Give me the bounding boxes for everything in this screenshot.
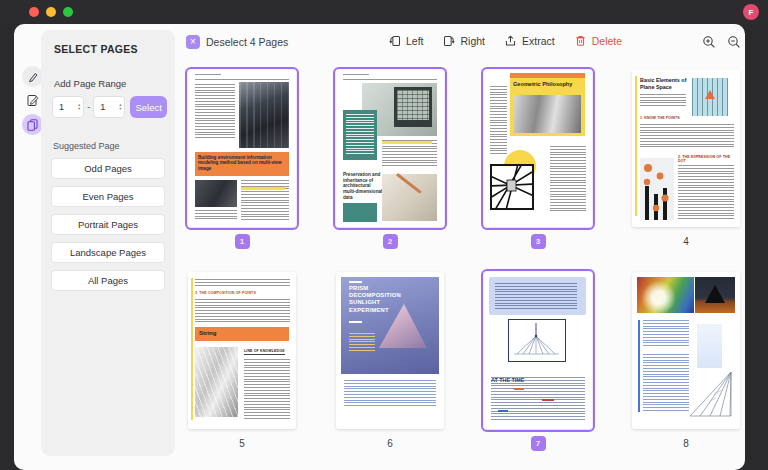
stepper-arrows-icon[interactable]: ▴▾ [119,103,124,111]
greeked-text [195,84,235,138]
dark-prism-shape [705,285,725,303]
comment-tool-button[interactable] [22,66,43,87]
colored-word [498,410,508,412]
page-thumbnail-7[interactable]: AT THE TIME 7 [464,272,612,470]
organize-pages-icon [26,118,39,131]
greeked-text [550,146,586,212]
greeked-text [640,94,686,108]
greeked-text [678,165,734,220]
greeked-text [195,210,237,221]
teal-text-block [343,110,377,160]
page-thumbnail-5[interactable]: 3. THE COMPOSITION OF POINTS String LINE… [168,272,316,470]
select-range-button[interactable]: Select [130,96,167,118]
page-1-preview[interactable]: Building environment information modelin… [188,70,296,227]
greeked-text [344,380,436,406]
even-pages-button[interactable]: Even Pages [51,186,165,207]
greeked-text [349,333,375,353]
greeked-text [346,114,374,156]
colored-word [542,399,554,401]
rotate-left-label: Left [406,35,424,47]
odd-pages-button[interactable]: Odd Pages [51,158,165,179]
landscape-pages-button[interactable]: Landscape Pages [51,242,165,263]
user-avatar[interactable]: F [743,4,759,20]
minimize-window-button[interactable] [46,7,56,17]
divider [343,79,437,80]
rotate-left-button[interactable]: Left [388,34,424,47]
maximize-window-button[interactable] [63,7,73,17]
greeked-text [495,283,577,309]
page-thumbnails-grid: Building environment information modelin… [168,70,745,470]
page-4-section-2: 2. THE EXPRESSION OF THE DOT [678,155,734,163]
title-rule [349,321,362,323]
page-5-banner-title: String [195,330,216,338]
page-4-section-1: 1. KNOW THE POINTS [640,116,680,120]
stepper-arrows-icon[interactable]: ▴▾ [78,103,83,111]
page-2-preview[interactable]: Preservation and inheritance of architec… [336,70,444,227]
zoom-in-icon[interactable] [702,35,716,49]
trash-icon [574,34,587,47]
page-5-preview[interactable]: 3. THE COMPOSITION OF POINTS String LINE… [188,272,296,429]
select-pages-panel: SELECT PAGES Add Page Range 1 ▴▾ - 1 ▴▾ … [41,30,175,456]
range-to-input[interactable]: 1 ▴▾ [93,96,125,118]
page-6-preview[interactable]: PRISM DECOMPOSITION SUNLIGHT EXPERIMENT [336,272,444,429]
add-page-range-label: Add Page Range [54,78,175,89]
organize-pages-tool-button[interactable] [22,114,43,135]
teal-block [343,203,377,222]
page-number: 8 [683,438,689,449]
pen-icon [27,71,39,83]
delete-label: Delete [592,35,622,47]
page-number: 6 [387,438,393,449]
greeked-text [643,320,689,348]
deselect-label: Deselect 4 Pages [206,36,288,48]
range-from-input[interactable]: 1 ▴▾ [52,96,84,118]
page-4-title: Basic Elements of Plane Space [640,77,688,91]
page-1-article-title: Building environment information modelin… [195,152,289,174]
page-8-preview[interactable] [632,272,740,429]
colored-word [514,388,524,390]
all-pages-button[interactable]: All Pages [51,270,165,291]
rotate-right-button[interactable]: Right [443,34,486,47]
ray-diagram [686,368,735,420]
title-rule [349,281,362,283]
page-4-preview[interactable]: Basic Elements of Plane Space 1. KNOW TH… [632,70,740,227]
page-thumbnail-8[interactable]: 8 [612,272,745,470]
delete-button[interactable]: Delete [574,34,622,47]
close-window-button[interactable] [29,7,39,17]
page-number: 4 [683,236,689,247]
traffic-lights [29,7,73,17]
range-to-value: 1 [94,102,119,112]
titlebar: F [0,0,768,24]
page-7-preview[interactable]: AT THE TIME [484,272,592,429]
page-number-badge: 3 [531,234,546,249]
page-number-badge: 2 [383,234,398,249]
page-6-title: PRISM DECOMPOSITION SUNLIGHT EXPERIMENT [349,285,405,314]
page-3-preview[interactable]: Geometric Philosophy [484,70,592,227]
rotate-left-icon [388,34,401,47]
zoom-controls [702,35,741,49]
page-thumbnail-6[interactable]: PRISM DECOMPOSITION SUNLIGHT EXPERIMENT … [316,272,464,470]
yellow-block: Geometric Philosophy [510,78,585,136]
zoom-out-icon[interactable] [727,35,741,49]
page-thumbnail-4[interactable]: Basic Elements of Plane Space 1. KNOW TH… [612,70,745,272]
app-window: SELECT PAGES Add Page Range 1 ▴▾ - 1 ▴▾ … [14,24,745,470]
yellow-highlight [241,187,285,190]
page-thumbnail-3[interactable]: Geometric Philosophy 3 [464,70,612,272]
refraction-diagram [508,319,566,362]
page-thumbnail-1[interactable]: Building environment information modelin… [168,70,316,272]
yellow-stripe [191,278,193,420]
edit-page-tool-button[interactable] [22,90,43,111]
extract-icon [504,34,517,47]
deselect-pages-button[interactable]: × Deselect 4 Pages [186,35,288,49]
geometric-line-drawing [490,164,534,210]
page-edit-icon [26,94,39,107]
extract-button[interactable]: Extract [504,34,555,47]
string-banner: String [195,327,289,341]
page-2-article-title: Preservation and inheritance of architec… [343,172,383,201]
portrait-pages-button[interactable]: Portrait Pages [51,214,165,235]
orange-banner: Building environment information modelin… [195,152,289,176]
light-blue-strip [697,324,722,368]
greeked-text [244,359,290,421]
page-thumbnail-2[interactable]: Preservation and inheritance of architec… [316,70,464,272]
divider [195,79,289,80]
page-5-section-1: 3. THE COMPOSITION OF POINTS [195,291,256,295]
